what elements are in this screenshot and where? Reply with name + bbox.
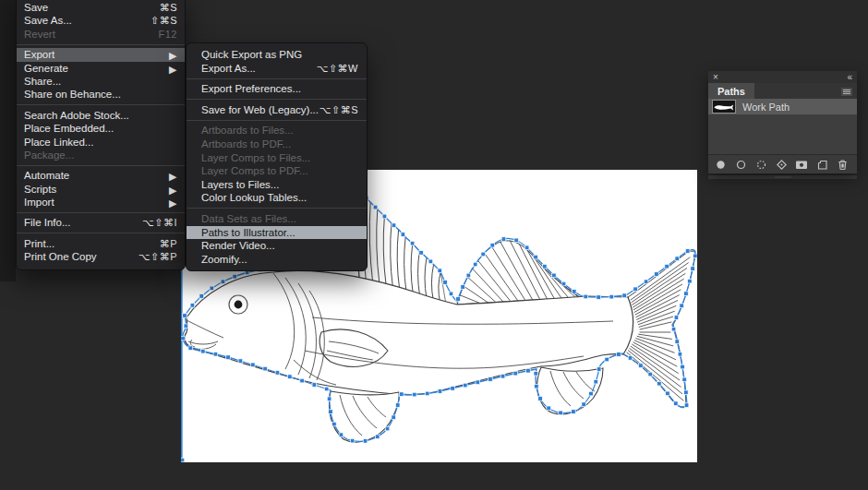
submenu-arrow-icon: ▶ [169, 62, 177, 75]
menu-shortcut: ⌥⇧⌘W [317, 62, 358, 76]
menu-item-label: Print One Copy [24, 250, 97, 263]
photoshop-workspace: Save⌘S Save As...⇧⌘S RevertF12 Export▶ G… [0, 0, 868, 490]
menu-shortcut: ⌥⇧⌘I [142, 216, 177, 229]
menu-item-label: Quick Export as PNG [201, 48, 302, 62]
menu-item-place-linked[interactable]: Place Linked... [17, 136, 185, 149]
menu-item-label: Paths to Illustrator... [201, 226, 295, 240]
make-work-path-icon[interactable] [775, 158, 788, 171]
paths-panel-header: × « [708, 71, 857, 83]
menu-item-save-for-web[interactable]: Save for Web (Legacy)...⌥⇧⌘S [187, 103, 367, 117]
menu-item-place-embedded[interactable]: Place Embedded... [17, 122, 185, 135]
menu-separator [17, 104, 185, 105]
tab-paths[interactable]: Paths [708, 83, 754, 99]
menu-item-label: Export As... [201, 62, 256, 76]
menu-item-label: Export Preferences... [201, 82, 301, 96]
menu-item-label: Data Sets as Files... [201, 212, 296, 226]
menu-item-zoomify[interactable]: Zoomify... [187, 253, 367, 267]
menu-item-package: Package... [17, 149, 185, 161]
menu-item-color-lookup-tables[interactable]: Color Lookup Tables... [187, 191, 367, 205]
menu-item-label: Share... [24, 75, 61, 88]
paths-panel-tabbar: Paths [708, 83, 857, 99]
menu-item-quick-export-png[interactable]: Quick Export as PNG [187, 48, 367, 62]
menu-item-label: Generate [24, 62, 68, 75]
menu-item-artboards-to-pdf: Artboards to PDF... [187, 137, 367, 151]
file-menu: Save⌘S Save As...⇧⌘S RevertF12 Export▶ G… [16, 0, 186, 270]
paths-panel-footer [708, 154, 857, 173]
menu-item-search-adobe-stock[interactable]: Search Adobe Stock... [17, 109, 185, 122]
create-new-path-icon[interactable] [815, 158, 828, 171]
menu-item-export[interactable]: Export▶ [17, 48, 185, 61]
menu-item-label: Save [24, 1, 48, 14]
menu-item-label: Search Adobe Stock... [24, 109, 129, 122]
menu-item-export-as[interactable]: Export As...⌥⇧⌘W [187, 62, 367, 76]
menu-item-share[interactable]: Share... [17, 75, 185, 88]
menu-item-export-preferences[interactable]: Export Preferences... [187, 82, 367, 96]
menu-shortcut: ⌥⇧⌘P [139, 250, 177, 263]
menu-item-revert: RevertF12 [17, 28, 185, 41]
menu-item-scripts[interactable]: Scripts▶ [17, 183, 185, 196]
menu-item-share-on-behance[interactable]: Share on Behance... [17, 88, 185, 101]
menu-item-data-sets-as-files: Data Sets as Files... [187, 212, 367, 226]
menu-separator [187, 120, 367, 121]
menu-item-label: Automate [24, 169, 69, 182]
menu-item-label: Scripts [24, 183, 56, 196]
menu-item-label: Layer Comps to PDF... [201, 164, 308, 178]
menu-item-label: Package... [24, 149, 74, 161]
menu-item-label: Layer Comps to Files... [201, 151, 310, 165]
menu-item-label: Import [24, 196, 54, 209]
export-submenu: Quick Export as PNG Export As...⌥⇧⌘W Exp… [186, 42, 368, 271]
close-icon[interactable]: × [713, 71, 718, 83]
menu-item-file-info[interactable]: File Info...⌥⇧⌘I [17, 216, 185, 229]
menu-item-label: Artboards to PDF... [201, 137, 291, 151]
menu-item-print[interactable]: Print...⌘P [17, 237, 185, 250]
menu-item-label: Share on Behance... [24, 88, 121, 101]
menu-item-label: Save As... [24, 14, 72, 27]
menu-separator [17, 44, 185, 45]
menu-item-label: Render Video... [201, 239, 275, 253]
delete-path-icon[interactable] [836, 158, 849, 171]
menu-shortcut: ⇧⌘S [151, 14, 177, 27]
collapse-icon[interactable]: « [847, 71, 852, 83]
menu-item-paths-to-illustrator[interactable]: Paths to Illustrator... [187, 226, 367, 240]
menu-item-label: Color Lookup Tables... [201, 191, 307, 205]
panel-resize-handle[interactable] [708, 175, 857, 179]
menu-separator [17, 233, 185, 233]
menu-separator [187, 78, 367, 79]
paths-panel-list: Work Path [708, 99, 857, 154]
menu-separator [17, 165, 185, 166]
menu-item-import[interactable]: Import▶ [17, 196, 185, 209]
menu-item-generate[interactable]: Generate▶ [17, 62, 185, 75]
submenu-arrow-icon: ▶ [169, 49, 177, 62]
submenu-arrow-icon: ▶ [169, 197, 177, 209]
menu-item-render-video[interactable]: Render Video... [187, 239, 367, 253]
menu-separator [187, 99, 367, 100]
panel-menu-icon[interactable] [841, 87, 852, 98]
paths-panel: × « Paths Work Path [708, 71, 857, 173]
add-mask-icon[interactable] [795, 158, 808, 171]
menu-item-save-as[interactable]: Save As...⇧⌘S [17, 14, 185, 27]
menu-shortcut: ⌥⇧⌘S [319, 103, 358, 117]
stroke-path-icon[interactable] [734, 158, 747, 171]
menu-item-layer-comps-to-pdf: Layer Comps to PDF... [187, 164, 367, 178]
menu-item-print-one-copy[interactable]: Print One Copy⌥⇧⌘P [17, 250, 185, 263]
menu-item-label: Place Embedded... [24, 122, 114, 135]
menu-item-label: File Info... [24, 216, 71, 229]
menu-item-save[interactable]: Save⌘S [17, 1, 185, 14]
work-path-thumbnail [712, 100, 736, 114]
menu-separator [187, 208, 367, 209]
submenu-arrow-icon: ▶ [169, 183, 177, 196]
load-path-as-selection-icon[interactable] [754, 158, 767, 171]
menu-item-label: Export [24, 48, 54, 61]
work-path-row[interactable]: Work Path [708, 99, 857, 114]
menu-item-label: Print... [24, 237, 54, 250]
menu-item-label: Layers to Files... [201, 178, 279, 192]
menu-item-layers-to-files[interactable]: Layers to Files... [187, 178, 367, 192]
menu-shortcut: ⌘P [160, 237, 177, 250]
menu-shortcut: F12 [159, 28, 177, 41]
submenu-arrow-icon: ▶ [169, 170, 177, 183]
fill-path-icon[interactable] [714, 158, 727, 171]
menu-shortcut: ⌘S [160, 1, 177, 14]
menu-item-artboards-to-files: Artboards to Files... [187, 124, 367, 137]
menu-item-automate[interactable]: Automate▶ [17, 169, 185, 182]
menu-item-label: Revert [24, 28, 55, 41]
